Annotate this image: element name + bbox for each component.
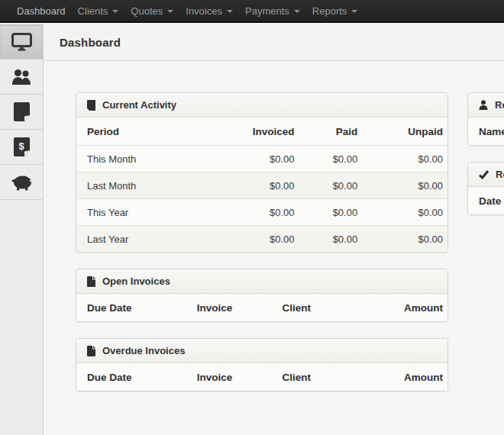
chevron-down-icon [167, 10, 173, 13]
period-cell: This Month [76, 153, 240, 165]
column-header: Paid [299, 126, 363, 137]
current-activity-panel-header: Current Activity [76, 93, 447, 118]
page-title: Dashboard [44, 36, 121, 49]
invoiced-cell: $0.00 [240, 180, 299, 192]
nav-item-dashboard[interactable]: Dashboard [11, 0, 72, 23]
table-row: Last Month $0.00 $0.00 $0.00 [76, 172, 447, 198]
paid-cell: $0.00 [299, 234, 363, 245]
open-invoices-panel-header: Open Invoices [76, 269, 447, 294]
invoiced-cell: $0.00 [240, 234, 299, 245]
column-header: Date [468, 195, 501, 207]
file-icon [87, 276, 95, 287]
nav-item-label: Reports [312, 5, 347, 17]
sidebar-item-quotes[interactable] [0, 95, 43, 130]
chevron-down-icon [294, 10, 300, 13]
nav-item-reports[interactable]: Reports [306, 0, 364, 23]
period-cell: Last Year [76, 234, 240, 245]
column-header: Amount [373, 302, 447, 314]
nav-item-label: Quotes [131, 5, 163, 17]
nav-menu: Dashboard Clients Quotes Invoices Paymen… [0, 0, 504, 23]
icon-sidebar: $ [0, 24, 44, 435]
paid-cell: $0.00 [299, 207, 363, 218]
file-icon [87, 346, 95, 356]
chevron-down-icon [351, 10, 357, 13]
invoiced-cell: $0.00 [240, 207, 299, 218]
sidebar-item-clients[interactable] [0, 60, 43, 95]
nav-item-label: Invoices [186, 5, 222, 17]
nav-item-label: Payments [245, 5, 289, 17]
overdue-invoices-panel: Overdue Invoices Due Date Invoice Client… [76, 338, 448, 392]
column-header: Client [273, 372, 373, 383]
recent-clients-panel: Recent Clients Name [467, 92, 504, 146]
book-icon [87, 100, 95, 111]
unpaid-cell: $0.00 [362, 207, 447, 218]
unpaid-cell: $0.00 [362, 153, 447, 165]
nav-item-label: Dashboard [17, 5, 66, 17]
sidebar-item-dashboard[interactable] [0, 24, 43, 60]
nav-item-clients[interactable]: Clients [72, 0, 125, 23]
current-activity-table-body: This Month $0.00 $0.00 $0.00 Last Month … [76, 145, 447, 252]
current-activity-column-headers: Period Invoiced Paid Unpaid [76, 118, 447, 145]
open-invoices-panel: Open Invoices Due Date Invoice Client Am… [76, 269, 448, 322]
column-header: Invoiced [240, 126, 299, 137]
recent-payments-column-headers: Date [468, 187, 504, 214]
period-cell: Last Month [76, 180, 240, 192]
column-header: Due Date [76, 302, 188, 314]
nav-item-payments[interactable]: Payments [239, 0, 306, 23]
person-icon [479, 100, 488, 110]
dollar-document-icon: $ [14, 137, 30, 156]
overdue-invoices-column-headers: Due Date Invoice Client Amount [76, 363, 447, 391]
main-content: Current Activity Period Invoiced Paid Un… [44, 61, 504, 435]
column-header: Name [468, 126, 504, 137]
panel-title: Open Invoices [102, 276, 170, 287]
column-header: Unpaid [362, 126, 447, 137]
recent-payments-panel-header: Recent Payments [468, 163, 504, 187]
nav-item-invoices[interactable]: Invoices [179, 0, 239, 23]
table-row: This Year $0.00 $0.00 $0.00 [76, 198, 447, 225]
column-header: Invoice [188, 302, 273, 314]
chevron-down-icon [112, 10, 118, 13]
column-header: Due Date [76, 372, 188, 383]
sidebar-item-invoices[interactable]: $ [0, 130, 43, 165]
page-header-bar: Dashboard [44, 24, 504, 61]
period-cell: This Year [76, 207, 240, 218]
column-header: Period [76, 126, 240, 137]
column-header: Invoice [188, 372, 273, 383]
open-invoices-column-headers: Due Date Invoice Client Amount [76, 294, 447, 321]
nav-item-label: Clients [78, 5, 108, 17]
paid-cell: $0.00 [299, 153, 363, 165]
column-header: Amount [373, 372, 447, 383]
invoiced-cell: $0.00 [240, 153, 299, 165]
document-icon [14, 102, 30, 121]
panel-title: Recent Payments [496, 169, 504, 180]
piggy-bank-icon [11, 174, 33, 191]
table-row: This Month $0.00 $0.00 $0.00 [76, 145, 447, 172]
sidebar-item-payments[interactable] [0, 165, 43, 200]
current-activity-panel: Current Activity Period Invoiced Paid Un… [76, 92, 448, 253]
recent-payments-panel: Recent Payments Date [467, 162, 504, 215]
nav-item-quotes[interactable]: Quotes [124, 0, 179, 23]
paid-cell: $0.00 [299, 180, 363, 192]
svg-text:$: $ [18, 140, 24, 152]
chevron-down-icon [227, 10, 233, 13]
people-icon [11, 69, 32, 85]
panel-title: Current Activity [102, 99, 176, 111]
monitor-icon [11, 33, 32, 51]
table-row: Last Year $0.00 $0.00 $0.00 [76, 225, 447, 252]
overdue-invoices-panel-header: Overdue Invoices [76, 339, 447, 363]
panel-title: Overdue Invoices [102, 345, 185, 356]
unpaid-cell: $0.00 [362, 180, 447, 192]
panel-title: Recent Clients [495, 99, 504, 111]
recent-clients-column-headers: Name [468, 118, 504, 145]
app-window: Dashboard Clients Quotes Invoices Paymen… [0, 0, 504, 435]
top-navbar: Dashboard Clients Quotes Invoices Paymen… [0, 0, 504, 23]
unpaid-cell: $0.00 [362, 234, 447, 245]
recent-clients-panel-header: Recent Clients [468, 93, 504, 118]
check-icon [479, 170, 489, 179]
column-header: Client [273, 302, 373, 314]
